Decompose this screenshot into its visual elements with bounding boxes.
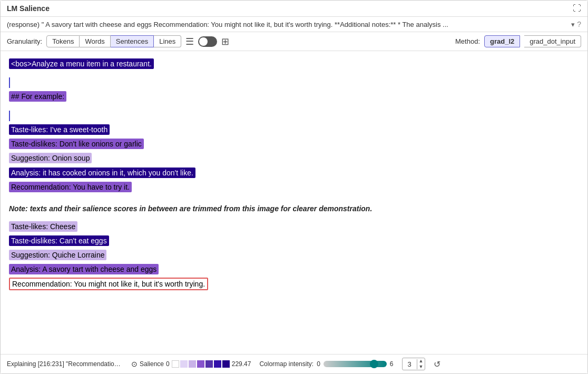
dropdown-arrow-icon[interactable]: ▾ <box>571 21 575 28</box>
granularity-tabs: Tokens Words Sentences Lines <box>46 35 181 47</box>
sentence-9[interactable]: Suggestion: Quiche Lorraine <box>9 250 106 260</box>
toolbar: Granularity: Tokens Words Sentences Line… <box>1 32 587 51</box>
granularity-label: Granularity: <box>7 37 42 45</box>
method-section: Method: grad_l2 grad_dot_input <box>455 35 581 47</box>
response-bar: (response) " A savory tart with cheese a… <box>1 17 587 32</box>
expand-icon[interactable]: ⛶ <box>573 4 581 13</box>
response-text: (response) " A savory tart with cheese a… <box>7 21 569 28</box>
tab-tokens[interactable]: Tokens <box>46 35 80 47</box>
spinner-arrows: ▲ ▼ <box>417 358 425 370</box>
salience-max: 229.47 <box>232 360 251 368</box>
swatch-1 <box>180 360 188 368</box>
sentence-bos: <bos>Analyze a menu item in a restaurant… <box>9 57 579 71</box>
tab-words[interactable]: Words <box>80 35 110 47</box>
granularity-section: Granularity: Tokens Words Sentences Line… <box>7 35 229 47</box>
spinner-down[interactable]: ▼ <box>417 364 425 370</box>
sentence-example: ## For example: <box>9 90 579 103</box>
sentence-0[interactable]: <bos>Analyze a menu item in a restaurant… <box>9 58 154 69</box>
sentence-2[interactable]: Taste-likes: I've a sweet-tooth <box>9 124 110 135</box>
colormap-section: Colormap intensity: 0 6 <box>259 360 393 368</box>
method-label: Method: <box>455 37 480 45</box>
sentence-recommendation-2: Recommendation: You might not like it, b… <box>9 278 579 291</box>
salience-label: Salience <box>140 360 164 368</box>
spinner-box: 3 ▲ ▼ <box>402 358 426 370</box>
sentence-tastelike-2: Taste-likes: Cheese <box>9 220 579 233</box>
method-grad-dot-input[interactable]: grad_dot_input <box>524 35 581 47</box>
sentence-4[interactable]: Suggestion: Onion soup <box>9 153 92 163</box>
status-bar: Explaining [216:231] "Recommendation: Y.… <box>1 354 587 373</box>
sentence-suggestion-1: Suggestion: Onion soup <box>9 152 579 165</box>
sentence-tastedislike-1: Taste-dislikes: Don't like onions or gar… <box>9 137 579 151</box>
sentence-tastedislike-2: Taste-dislikes: Can't eat eggs <box>9 234 579 248</box>
main-window: LM Salience ⛶ (response) " A savory tart… <box>0 0 588 374</box>
cursor-line-2 <box>9 111 10 121</box>
sentence-1[interactable]: ## For example: <box>9 91 66 102</box>
sentence-7[interactable]: Taste-likes: Cheese <box>9 221 77 232</box>
colormap-slider-track[interactable] <box>324 361 387 367</box>
menu-icon[interactable]: ☰ <box>185 36 194 47</box>
method-grad-l2[interactable]: grad_l2 <box>484 35 520 47</box>
swatch-5 <box>214 360 221 368</box>
sentence-8[interactable]: Taste-dislikes: Can't eat eggs <box>9 235 109 246</box>
toolbar-icons: ☰ ⊞ <box>185 36 229 47</box>
titlebar: LM Salience ⛶ <box>1 1 587 17</box>
sentence-cursor-1 <box>9 76 579 89</box>
toggle-container[interactable] <box>198 36 217 47</box>
spinner-value: 3 <box>403 359 417 369</box>
tab-sentences[interactable]: Sentences <box>111 35 154 47</box>
colormap-slider-thumb <box>370 360 378 368</box>
sentence-3[interactable]: Taste-dislikes: Don't like onions or gar… <box>9 139 144 149</box>
sentence-analysis-2: Analysis: A savory tart with cheese and … <box>9 263 579 276</box>
sentence-tastelike-1: Taste-likes: I've a sweet-tooth <box>9 123 579 136</box>
sentence-analysis-1: Analysis: it has cooked onions in it, wh… <box>9 166 579 180</box>
sentence-10[interactable]: Analysis: A savory tart with cheese and … <box>9 264 159 274</box>
salience-min: 0 <box>166 360 170 368</box>
trim-note: Note: texts and their salience scores in… <box>9 195 579 220</box>
swatch-2 <box>189 360 196 368</box>
sentence-suggestion-2: Suggestion: Quiche Lorraine <box>9 249 579 262</box>
sentence-recommendation-1: Recommendation: You have to try it. <box>9 181 579 194</box>
swatch-row <box>172 360 230 368</box>
salience-section: ⊙ Salience 0 229.47 <box>131 360 251 368</box>
swatch-3 <box>197 360 204 368</box>
sentence-cursor-2 <box>9 109 579 122</box>
help-icon[interactable]: ? <box>577 20 581 28</box>
tab-lines[interactable]: Lines <box>154 35 181 47</box>
cursor-line-1 <box>9 77 10 88</box>
colormap-label: Colormap intensity: <box>259 360 313 368</box>
sentence-6[interactable]: Recommendation: You have to try it. <box>9 182 132 192</box>
swatch-6 <box>222 360 230 368</box>
spinner-up[interactable]: ▲ <box>417 358 425 364</box>
app-title: LM Salience <box>7 4 50 13</box>
sentence-11[interactable]: Recommendation: You might not like it, b… <box>9 278 208 290</box>
grid-icon[interactable]: ⊞ <box>221 36 229 47</box>
salience-icon: ⊙ <box>131 360 138 368</box>
sentence-5[interactable]: Analysis: it has cooked onions in it, wh… <box>9 168 195 178</box>
colormap-min: 0 <box>317 360 320 368</box>
swatch-4 <box>205 360 213 368</box>
toggle-switch[interactable] <box>198 36 217 47</box>
swatch-0 <box>172 360 179 368</box>
main-content: <bos>Analyze a menu item in a restaurant… <box>1 51 587 354</box>
reset-button[interactable]: ↺ <box>434 359 440 369</box>
colormap-max: 6 <box>390 360 394 368</box>
explaining-label: Explaining [216:231] "Recommendation: Y.… <box>7 360 123 368</box>
toggle-knob <box>199 37 208 46</box>
